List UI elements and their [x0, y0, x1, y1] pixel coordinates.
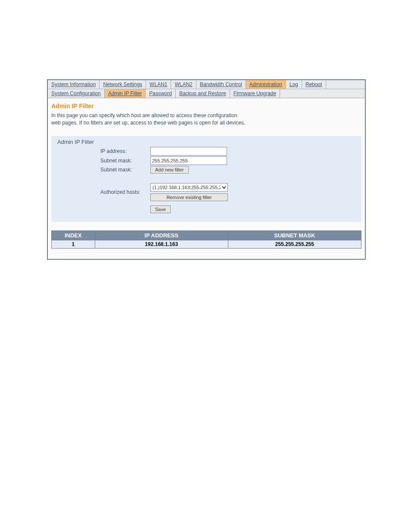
tab-bandwidth-control[interactable]: Bandwidth Control: [196, 80, 246, 89]
subtabs-filler: [280, 89, 365, 98]
tab-wlan1[interactable]: WLAN1: [146, 80, 171, 89]
subnet-mask-input[interactable]: [150, 156, 227, 165]
content-area: Admin IP Filter In this page you can spe…: [48, 98, 365, 259]
cell-index: 1: [52, 240, 95, 248]
desc-line1: In this page you can specify which host …: [51, 112, 237, 118]
tabs-filler: [326, 80, 365, 89]
subtab-password[interactable]: Password: [146, 89, 176, 98]
section-description: In this page you can specify which host …: [51, 112, 361, 127]
table-row: 1 192.168.1.163 255.255.255.255: [52, 240, 361, 248]
tab-reboot[interactable]: Reboot: [302, 80, 326, 89]
sub-tabs: System Configuration Admin IP Filter Pas…: [48, 89, 365, 98]
th-index: INDEX: [52, 230, 95, 240]
subtab-admin-ip-filter[interactable]: Admin IP Filter: [105, 89, 146, 98]
tab-system-information[interactable]: System Information: [48, 80, 100, 89]
ip-address-input[interactable]: [150, 147, 227, 156]
table-header-row: INDEX IP ADDRESS SUBNET MASK: [52, 230, 361, 240]
admin-panel: System Information Network Settings WLAN…: [47, 79, 366, 260]
th-ip: IP ADDRESS: [95, 230, 228, 240]
section-title: Admin IP Filter: [51, 103, 361, 109]
label-authorized-hosts: Authorized hosts:: [100, 188, 150, 196]
subtab-system-configuration[interactable]: System Configuration: [48, 89, 105, 98]
label-subnet-mask-2: Subnet mask:: [100, 166, 150, 174]
authorized-hosts-select[interactable]: (1.)192.168.1.163;255.255.255.255: [150, 183, 228, 192]
desc-line2: web pages. If no filters are set up, acc…: [51, 120, 245, 126]
subtab-backup-restore[interactable]: Backup and Restore: [176, 89, 230, 98]
label-ip-address: IP address:: [100, 147, 150, 155]
label-subnet-mask-1: Subnet mask:: [100, 157, 150, 165]
main-tabs: System Information Network Settings WLAN…: [48, 80, 365, 89]
form-heading: Admin IP Filter: [57, 139, 357, 145]
subtab-firmware-upgrade[interactable]: Firmware Upgrade: [230, 89, 280, 98]
tab-network-settings[interactable]: Network Settings: [100, 80, 146, 89]
remove-existing-filter-button[interactable]: Remove existing filter: [150, 193, 228, 201]
tab-log[interactable]: Log: [286, 80, 302, 89]
th-mask: SUBNET MASK: [228, 230, 361, 240]
tab-wlan2[interactable]: WLAN2: [171, 80, 196, 89]
filter-table: INDEX IP ADDRESS SUBNET MASK 1 192.168.1…: [51, 230, 361, 249]
save-button[interactable]: Save: [150, 205, 171, 213]
cell-ip: 192.168.1.163: [95, 240, 228, 248]
cell-mask: 255.255.255.255: [228, 240, 361, 248]
add-new-filter-button[interactable]: Add new filter: [150, 166, 189, 174]
filter-form: Admin IP Filter IP address: Subnet mask:…: [51, 136, 361, 222]
tab-administration[interactable]: Administration: [246, 80, 286, 89]
